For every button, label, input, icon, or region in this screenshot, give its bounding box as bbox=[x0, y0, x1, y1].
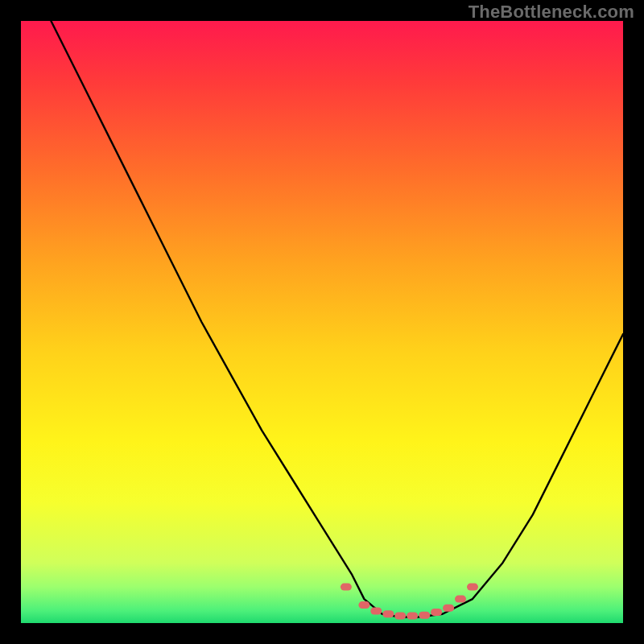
marker-point bbox=[455, 596, 466, 603]
marker-point bbox=[341, 584, 352, 591]
gradient-background bbox=[21, 21, 623, 623]
chart-svg bbox=[21, 21, 623, 623]
marker-point bbox=[358, 601, 369, 609]
watermark-text: TheBottleneck.com bbox=[469, 2, 634, 23]
marker-point bbox=[419, 612, 430, 619]
marker-point bbox=[370, 608, 382, 615]
marker-point bbox=[382, 610, 394, 617]
chart-frame: TheBottleneck.com bbox=[0, 0, 644, 644]
marker-point bbox=[407, 613, 418, 620]
plot-area bbox=[21, 21, 623, 623]
marker-point bbox=[394, 613, 406, 620]
marker-point bbox=[443, 605, 454, 612]
marker-point bbox=[431, 609, 442, 616]
marker-point bbox=[467, 584, 478, 591]
